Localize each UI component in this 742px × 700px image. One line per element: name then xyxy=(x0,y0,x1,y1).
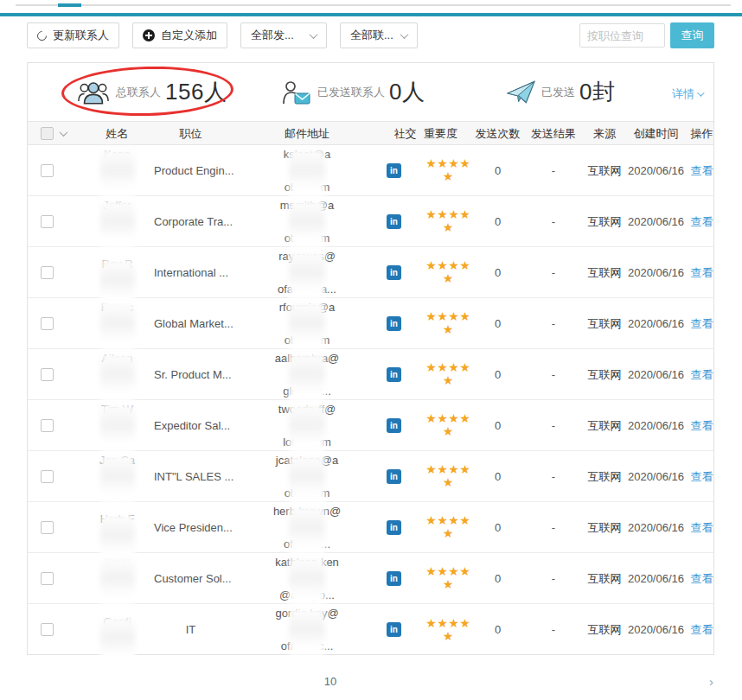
row-select-cell xyxy=(28,419,80,432)
page-button-10[interactable]: 10 xyxy=(0,673,701,690)
email-redaction-blur xyxy=(291,166,323,177)
view-link[interactable]: 查看 xyxy=(688,366,715,383)
contact-type-dropdown[interactable]: 全部联... xyxy=(340,22,418,48)
view-link[interactable]: 查看 xyxy=(688,264,715,281)
row-checkbox[interactable] xyxy=(41,419,54,432)
select-all-checkbox[interactable] xyxy=(41,127,54,140)
position-text: Corporate Tra... xyxy=(154,213,227,230)
send-count-cell: 0 xyxy=(474,417,521,434)
position-cell: Sr. Product M... xyxy=(154,366,227,383)
star-icon: ★ xyxy=(437,158,448,169)
col-header-social: 社交 xyxy=(387,125,424,142)
linkedin-icon[interactable]: in xyxy=(387,265,401,280)
row-checkbox[interactable] xyxy=(41,470,54,483)
view-link[interactable]: 查看 xyxy=(688,315,715,332)
refresh-contacts-label: 更新联系人 xyxy=(53,28,109,43)
refresh-contacts-button[interactable]: 更新联系人 xyxy=(27,22,119,48)
position-search-input[interactable] xyxy=(579,23,665,48)
email-cell: herb.brown@ofameri... xyxy=(227,503,387,552)
row-checkbox[interactable] xyxy=(41,572,54,585)
send-count-cell: 0 xyxy=(474,213,521,230)
tab-bar-underline xyxy=(16,4,731,6)
action-cell: 查看 xyxy=(688,213,715,230)
position-text: Customer Sol... xyxy=(154,570,227,587)
star-icon: ★ xyxy=(443,528,454,539)
created-time-cell: 2020/06/16 xyxy=(624,519,688,536)
send-result-cell: - xyxy=(521,315,585,332)
importance-cell: ★★★★★ xyxy=(424,515,474,539)
view-link[interactable]: 查看 xyxy=(688,621,715,638)
linkedin-icon[interactable]: in xyxy=(387,469,401,484)
linkedin-icon[interactable]: in xyxy=(387,367,401,382)
custom-add-button[interactable]: 自定义添加 xyxy=(132,22,227,48)
star-icon: ★ xyxy=(459,311,470,322)
linkedin-icon[interactable]: in xyxy=(387,316,401,331)
row-checkbox[interactable] xyxy=(41,368,54,381)
star-icon: ★ xyxy=(459,158,470,169)
source-cell: 互联网 xyxy=(585,468,624,485)
name-redaction-blur xyxy=(103,370,132,381)
name-redaction-blur xyxy=(103,472,132,483)
next-page-button[interactable]: › xyxy=(709,674,713,689)
send-status-dropdown[interactable]: 全部发... xyxy=(240,22,327,48)
star-icon: ★ xyxy=(437,464,448,475)
row-checkbox[interactable] xyxy=(41,164,54,177)
created-time-cell: 2020/06/16 xyxy=(624,468,688,485)
view-link[interactable]: 查看 xyxy=(688,468,715,485)
star-icon: ★ xyxy=(425,362,437,373)
linkedin-icon[interactable]: in xyxy=(387,418,401,433)
row-checkbox[interactable] xyxy=(41,521,54,534)
row-checkbox[interactable] xyxy=(41,266,54,279)
table-header: 姓名 职位 邮件地址 社交 重要度 发送次数 发送结果 来源 创建时间 操作 xyxy=(28,121,713,145)
search-button[interactable]: 查询 xyxy=(670,22,714,48)
star-icon: ★ xyxy=(425,413,437,424)
source-cell: 互联网 xyxy=(585,519,624,536)
send-result-cell: - xyxy=(521,570,585,587)
linkedin-icon[interactable]: in xyxy=(387,571,401,586)
linkedin-icon[interactable]: in xyxy=(387,622,401,637)
social-cell: in xyxy=(387,418,424,433)
send-count-cell: 0 xyxy=(474,519,521,536)
row-checkbox[interactable] xyxy=(41,215,54,228)
name-redaction-blur xyxy=(103,633,132,645)
star-rating: ★★★★★ xyxy=(424,311,472,335)
linkedin-icon[interactable]: in xyxy=(387,520,401,535)
star-icon: ★ xyxy=(459,362,470,373)
view-link[interactable]: 查看 xyxy=(688,162,715,179)
social-cell: in xyxy=(387,214,424,229)
name-cell: Aileen.. xyxy=(80,350,154,399)
position-text: Expeditor Sal... xyxy=(154,417,227,434)
name-cell: Herb F xyxy=(80,511,154,544)
send-count-cell: 0 xyxy=(474,264,521,281)
detail-link[interactable]: 详情 xyxy=(672,86,702,102)
select-menu-chevron-icon[interactable] xyxy=(60,128,68,137)
contacts-page: 更新联系人 自定义添加 全部发... 全部联... 查询 xyxy=(0,0,742,16)
stat-sent-mails: 已发送 0封 xyxy=(507,63,615,121)
send-result-cell: - xyxy=(521,366,585,383)
row-select-cell xyxy=(28,521,80,534)
row-checkbox[interactable] xyxy=(41,317,54,330)
name-cell: Jefferth xyxy=(80,197,154,246)
position-text: Sr. Product M... xyxy=(154,366,227,383)
created-time-cell: 2020/06/16 xyxy=(624,162,688,179)
view-link[interactable]: 查看 xyxy=(688,213,715,230)
refresh-icon xyxy=(35,29,49,42)
total-contacts-label: 总联系人 xyxy=(116,84,161,100)
view-link[interactable]: 查看 xyxy=(688,519,715,536)
view-link[interactable]: 查看 xyxy=(688,417,715,434)
star-icon: ★ xyxy=(437,566,448,577)
linkedin-icon[interactable]: in xyxy=(387,214,401,229)
star-rating: ★★★★★ xyxy=(424,618,472,642)
view-link[interactable]: 查看 xyxy=(688,570,715,587)
created-time-cell: 2020/06/16 xyxy=(624,366,688,383)
star-icon: ★ xyxy=(448,311,459,322)
name-cell: Ray R xyxy=(80,256,154,289)
position-cell: Product Engin... xyxy=(154,162,227,179)
social-cell: in xyxy=(387,316,424,331)
star-icon: ★ xyxy=(459,464,470,475)
row-select-cell xyxy=(28,623,80,636)
linkedin-icon[interactable]: in xyxy=(387,163,401,178)
row-checkbox[interactable] xyxy=(41,623,54,636)
position-text: International ... xyxy=(154,264,227,281)
star-rating: ★★★★★ xyxy=(424,515,472,539)
